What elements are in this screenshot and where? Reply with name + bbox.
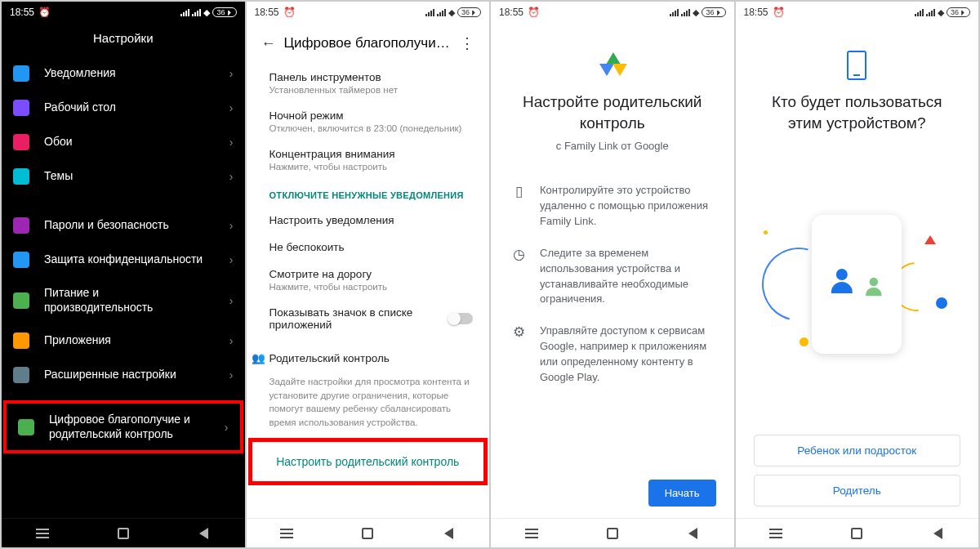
screen-familylink-intro: 18:55 ⏰ ◆ 36⏵ Настройте родительский кон… [491,2,734,547]
notifications-icon [13,65,29,82]
circle-small-icon [764,230,768,234]
settings-item-themes[interactable]: Темы › [2,159,245,194]
settings-item-security[interactable]: Пароли и безопасность › [2,208,245,243]
parent-button[interactable]: Родитель [754,475,961,507]
more-icon [13,367,29,383]
circle-blue-icon [936,297,947,309]
nav-menu-button[interactable] [33,528,51,539]
app-header: ← Цифровое благополучи… ⋮ [247,23,490,64]
alarm-icon: ⏰ [283,7,296,18]
chevron-right-icon: › [229,170,234,183]
alarm-icon: ⏰ [38,7,51,18]
status-bar: 18:55 ⏰ ◆ 36⏵ [247,2,490,23]
person-green-icon [866,277,882,296]
settings-item-advanced[interactable]: Расширенные настройки › [2,358,245,392]
chevron-right-icon: › [225,421,229,434]
parental-description: Задайте настройки для просмотра контента… [247,372,490,438]
feature-access: ⚙ Управляйте доступом к сервисам Google,… [509,315,716,393]
setup-parental-control-button[interactable]: Настроить родительский контроль [252,442,484,481]
device-icon [847,51,866,80]
battery-indicator: 36⏵ [702,7,725,17]
highlight-box: Настроить родительский контроль [248,438,488,485]
chevron-right-icon: › [229,101,234,114]
wellbeing-item-heads-up[interactable]: Смотрите на дорогу Нажмите, чтобы настро… [247,261,490,299]
chevron-right-icon: › [229,67,234,80]
wellbeing-item-dashboard[interactable]: Панель инструментов Установленных таймер… [247,64,490,102]
navigation-bar [736,518,979,547]
chevron-right-icon: › [229,219,234,232]
feature-remote: ▯ Контролируйте это устройство удаленно … [509,175,716,238]
phone-icon: ▯ [510,183,527,230]
page-title: Настройки [2,23,245,56]
home-icon [13,100,29,116]
alarm-icon: ⏰ [773,7,785,18]
status-time: 18:55 [499,7,523,18]
navigation-bar [491,518,734,547]
signal-icon-2 [437,9,446,16]
highlight-box: Цифровое благополучие и родительский кон… [3,400,243,453]
status-bar: 18:55 ⏰ ◆ 36⏵ [736,2,979,23]
circle-yellow-icon [800,337,808,346]
settings-item-apps[interactable]: Приложения › [2,324,245,358]
more-menu-button[interactable]: ⋮ [452,29,483,57]
wifi-icon: ◆ [448,7,455,18]
back-button[interactable]: ← [253,30,284,57]
wellbeing-item-dnd[interactable]: Не беспокоить [247,234,490,261]
settings-item-battery[interactable]: Питание и производительность › [2,277,245,324]
nav-home-button[interactable] [604,528,621,539]
navigation-bar [247,518,490,547]
toggle-switch[interactable] [448,313,473,324]
status-bar: 18:55 ⏰ ◆ 36⏵ [491,2,734,23]
illustration [754,150,961,418]
page-title: Цифровое благополучи… [284,35,452,51]
battery-indicator: 36⏵ [212,7,236,17]
person-blue-icon [831,269,853,293]
settings-item-privacy[interactable]: Защита конфиденциальности › [2,243,245,277]
navigation-bar [2,518,245,547]
gear-icon: ⚙ [510,324,527,385]
wellbeing-item-night[interactable]: Ночной режим Отключен, включится в 23:00… [247,102,490,141]
nav-back-button[interactable] [195,528,213,539]
start-button[interactable]: Начать [648,480,716,507]
signal-icon-2 [926,9,935,16]
chevron-right-icon: › [229,294,234,307]
nav-back-button[interactable] [684,528,702,539]
nav-menu-button[interactable] [767,528,785,539]
wellbeing-item-notif-settings[interactable]: Настроить уведомления [247,207,490,234]
screen-wellbeing: 18:55 ⏰ ◆ 36⏵ ← Цифровое благополучи… ⋮ … [247,2,490,547]
wellbeing-item-focus[interactable]: Концентрация внимания Нажмите, чтобы нас… [247,141,490,179]
shield-icon [13,252,29,268]
nav-menu-button[interactable] [278,528,296,539]
settings-item-desktop[interactable]: Рабочий стол › [2,91,245,125]
nav-home-button[interactable] [359,528,376,539]
nav-home-button[interactable] [114,528,132,539]
signal-icon-2 [681,9,690,16]
triangle-icon [924,235,936,244]
apps-icon [13,333,29,349]
battery-indicator: 36⏵ [457,7,481,17]
settings-list: Уведомления › Рабочий стол › Обои › Темы… [2,56,245,518]
alarm-icon: ⏰ [528,7,540,18]
nav-back-button[interactable] [439,528,457,539]
signal-icon [670,9,679,16]
status-time: 18:55 [255,7,279,18]
feature-list: ▯ Контролируйте это устройство удаленно … [509,175,716,393]
section-header-notifications: ОТКЛЮЧИТЕ НЕНУЖНЫЕ УВЕДОМЛЕНИЯ [247,179,490,207]
heading: Кто будет пользоваться этим устройством? [754,92,961,133]
settings-item-wellbeing[interactable]: Цифровое благополучие и родительский кон… [7,404,240,450]
wellbeing-item-parental[interactable]: 👥Родительский контроль [247,338,490,372]
nav-menu-button[interactable] [523,528,541,539]
chevron-right-icon: › [229,136,234,149]
signal-icon [425,9,434,16]
themes-icon [13,168,29,185]
nav-home-button[interactable] [848,528,866,539]
battery-indicator: 36⏵ [947,7,970,17]
settings-item-notifications[interactable]: Уведомления › [2,56,245,91]
wellbeing-item-show-icon[interactable]: Показывать значок в списке приложений [247,299,490,338]
settings-item-wallpaper[interactable]: Обои › [2,125,245,159]
wallpaper-icon [13,134,29,150]
nav-back-button[interactable] [929,528,947,539]
heart-icon [18,419,34,435]
signal-icon [915,9,924,16]
child-button[interactable]: Ребенок или подросток [754,435,961,466]
